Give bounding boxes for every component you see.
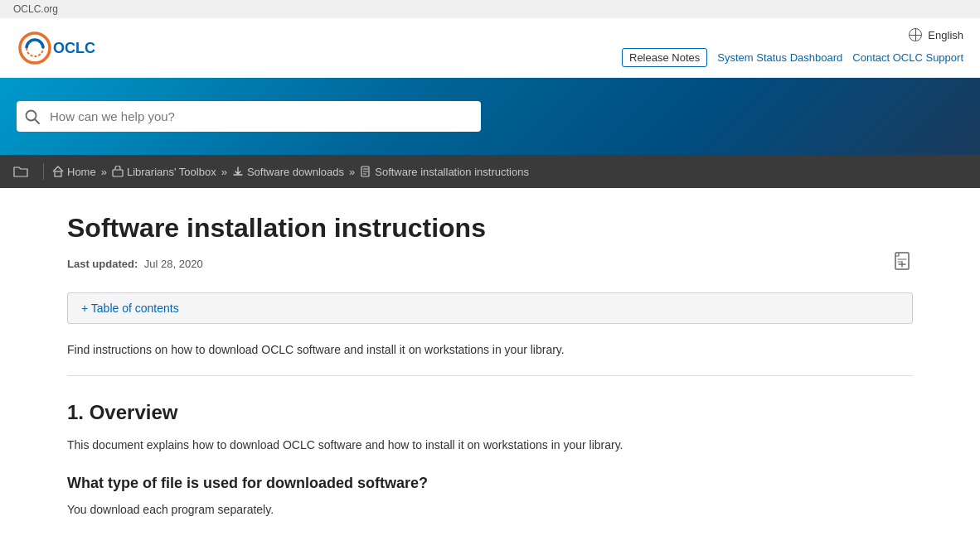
- subsection1-body: You download each program separately.: [67, 500, 913, 519]
- breadcrumb-divider: [43, 163, 44, 180]
- logo-area: OCLC: [17, 30, 108, 66]
- section1-body: This document explains how to download O…: [67, 436, 913, 454]
- language-label: English: [928, 29, 963, 41]
- header-right: English Release Notes System Status Dash…: [622, 28, 963, 67]
- breadcrumb-toolbox[interactable]: Librarians' Toolbox: [112, 166, 216, 178]
- breadcrumb-downloads[interactable]: Software downloads: [232, 166, 344, 178]
- toolbox-icon: [112, 166, 124, 177]
- top-bar: OCLC.org: [0, 0, 980, 18]
- breadcrumb-sep-2: »: [221, 166, 227, 178]
- doc-icon: [360, 166, 371, 177]
- svg-rect-5: [113, 170, 123, 176]
- last-updated-date: Jul 28, 2020: [144, 258, 203, 270]
- section1-heading: 1. Overview: [67, 401, 913, 424]
- oclc-logo[interactable]: OCLC: [17, 30, 108, 66]
- oclc-org-link[interactable]: OCLC.org: [13, 3, 58, 15]
- page-title: Software installation instructions: [67, 213, 913, 244]
- breadcrumb-toolbox-label: Librarians' Toolbox: [127, 166, 216, 178]
- pdf-download-icon[interactable]: [895, 252, 913, 276]
- hero-section: [0, 78, 980, 155]
- svg-line-3: [35, 119, 39, 123]
- svg-rect-4: [55, 171, 61, 176]
- breadcrumb-sep-1: »: [101, 166, 107, 178]
- download-icon: [232, 166, 244, 177]
- header-nav: Release Notes System Status Dashboard Co…: [622, 48, 963, 67]
- last-updated-label: Last updated:: [67, 258, 138, 270]
- breadcrumb-current-label: Software installation instructions: [375, 166, 529, 178]
- breadcrumb-downloads-label: Software downloads: [247, 166, 344, 178]
- breadcrumb-current: Software installation instructions: [360, 166, 529, 178]
- last-updated-row: Last updated: Jul 28, 2020: [67, 252, 913, 276]
- search-container: [17, 101, 481, 132]
- search-icon: [25, 109, 40, 124]
- last-updated-text: Last updated: Jul 28, 2020: [67, 258, 203, 270]
- breadcrumb-home[interactable]: Home: [52, 166, 96, 178]
- globe-icon: [909, 28, 922, 41]
- breadcrumb-bar: Home » Librarians' Toolbox » Software do…: [0, 155, 980, 188]
- search-input[interactable]: [17, 101, 481, 132]
- svg-text:OCLC: OCLC: [53, 40, 95, 56]
- system-status-link[interactable]: System Status Dashboard: [717, 51, 842, 64]
- header: OCLC English Release Notes System Status…: [0, 18, 980, 78]
- content-divider: [67, 375, 913, 376]
- contact-support-link[interactable]: Contact OCLC Support: [852, 51, 963, 64]
- release-notes-link[interactable]: Release Notes: [622, 48, 707, 67]
- breadcrumb-home-label: Home: [67, 166, 96, 178]
- home-icon: [52, 166, 64, 177]
- main-content: Software installation instructions Last …: [34, 188, 946, 536]
- folder-icon: [13, 165, 28, 178]
- svg-point-0: [20, 33, 50, 63]
- intro-paragraph: Find instructions on how to download OCL…: [67, 340, 913, 359]
- language-selector[interactable]: English: [909, 28, 963, 41]
- toc-toggle-button[interactable]: + Table of contents: [67, 292, 913, 324]
- subsection1-heading: What type of file is used for downloaded…: [67, 475, 913, 492]
- breadcrumb-sep-3: »: [349, 166, 355, 178]
